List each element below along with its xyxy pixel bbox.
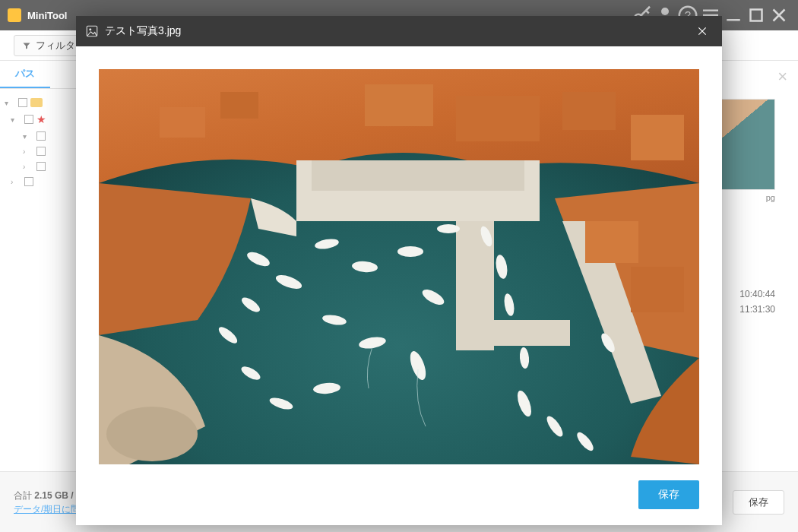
- svg-point-45: [437, 224, 460, 233]
- preview-image: [99, 69, 699, 464]
- modal-overlay: テスト写真3.jpg: [0, 0, 798, 532]
- svg-point-10: [89, 28, 91, 30]
- svg-rect-19: [365, 84, 433, 126]
- modal-footer: 保存: [76, 472, 722, 525]
- modal-save-button[interactable]: 保存: [638, 480, 699, 509]
- svg-rect-22: [631, 115, 684, 160]
- svg-rect-24: [631, 267, 684, 312]
- svg-rect-23: [585, 221, 638, 263]
- close-icon: [697, 26, 708, 36]
- image-file-icon: [85, 24, 99, 38]
- modal-image-wrap: [76, 46, 722, 472]
- svg-rect-17: [160, 107, 205, 138]
- svg-rect-18: [220, 92, 258, 119]
- preview-modal: テスト写真3.jpg: [76, 16, 722, 525]
- svg-rect-20: [456, 96, 540, 141]
- svg-rect-14: [312, 160, 524, 191]
- svg-rect-16: [479, 320, 570, 346]
- svg-point-35: [397, 246, 423, 257]
- modal-filename: テスト写真3.jpg: [105, 24, 181, 38]
- svg-rect-21: [562, 92, 616, 130]
- svg-point-12: [106, 407, 198, 461]
- modal-titlebar: テスト写真3.jpg: [76, 16, 722, 46]
- modal-close-button[interactable]: [692, 21, 713, 42]
